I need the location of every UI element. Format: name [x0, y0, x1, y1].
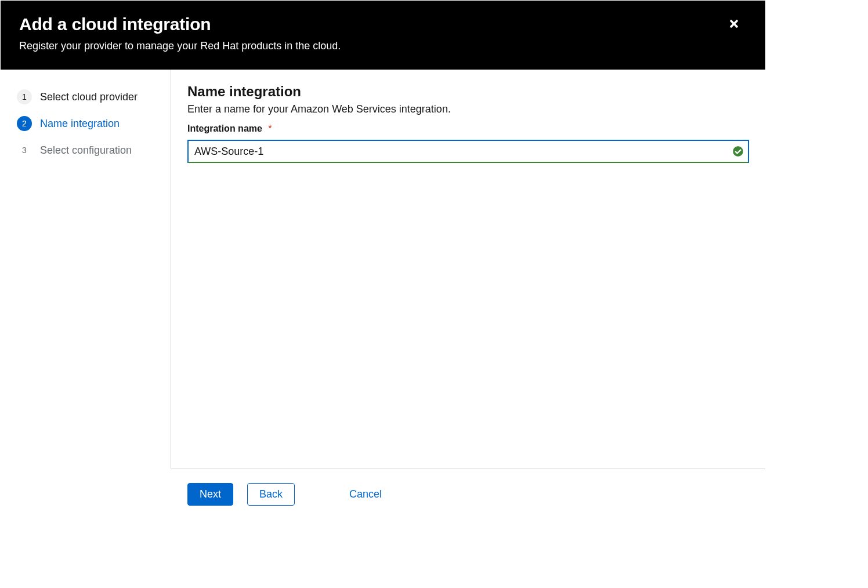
wizard-step-name-integration[interactable]: 2 Name integration [17, 110, 159, 137]
page-subheading: Enter a name for your Amazon Web Service… [187, 103, 749, 115]
modal-header: Add a cloud integration Register your pr… [1, 1, 765, 70]
modal-title: Add a cloud integration [19, 14, 747, 34]
step-label: Name integration [40, 118, 120, 130]
step-number-badge: 2 [17, 116, 32, 131]
close-button[interactable] [728, 18, 742, 32]
add-cloud-integration-modal: Add a cloud integration Register your pr… [0, 0, 766, 520]
integration-name-input-wrap [187, 140, 749, 163]
wizard-main: Name integration Enter a name for your A… [171, 70, 765, 469]
modal-body: 1 Select cloud provider 2 Name integrati… [1, 70, 765, 469]
wizard-step-select-configuration[interactable]: 3 Select configuration [17, 137, 159, 164]
step-label: Select cloud provider [40, 91, 138, 103]
wizard-step-select-cloud-provider[interactable]: 1 Select cloud provider [17, 84, 159, 110]
integration-name-input[interactable] [187, 140, 749, 163]
required-marker: * [268, 124, 272, 133]
page-heading: Name integration [187, 84, 749, 100]
step-label: Select configuration [40, 144, 132, 157]
step-number-badge: 3 [17, 143, 32, 158]
check-circle-icon [733, 146, 743, 157]
back-button[interactable]: Back [247, 483, 295, 506]
field-label-text: Integration name [187, 124, 262, 133]
modal-footer: Next Back Cancel [171, 469, 765, 520]
integration-name-label: Integration name * [187, 124, 749, 134]
wizard-nav: 1 Select cloud provider 2 Name integrati… [1, 70, 171, 469]
close-icon [728, 21, 740, 31]
step-number-badge: 1 [17, 89, 32, 104]
cancel-button[interactable]: Cancel [343, 484, 388, 505]
modal-description: Register your provider to manage your Re… [19, 40, 747, 52]
next-button[interactable]: Next [187, 483, 233, 506]
